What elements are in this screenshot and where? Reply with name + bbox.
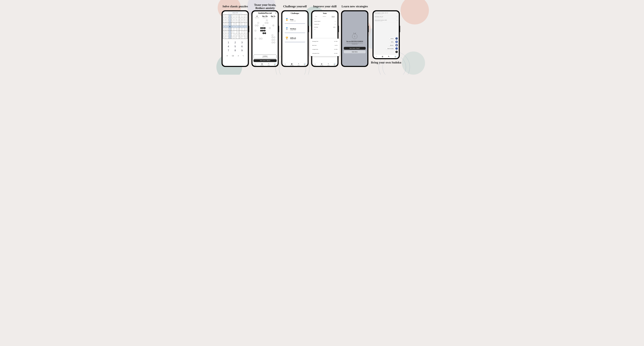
- history-item[interactable]: NYTimes: Dec 31Imported 2020-01-14 23:25…: [374, 15, 399, 19]
- new-game-button[interactable]: New Game: Difficult: [254, 59, 277, 62]
- sudoku-cell[interactable]: 8: [228, 23, 231, 25]
- main-menu-button[interactable]: Main Menu: [344, 50, 366, 53]
- sudoku-cell[interactable]: 9: [228, 20, 231, 23]
- numpad-key[interactable]: 8: [232, 49, 238, 52]
- sudoku-cell[interactable]: 2: [226, 33, 228, 36]
- sudoku-cell[interactable]: 2: [236, 25, 239, 28]
- sudoku-cell[interactable]: 5: [226, 31, 228, 33]
- sudoku-cell[interactable]: 6: [239, 36, 242, 39]
- numpad-key[interactable]: 3: [239, 41, 245, 44]
- sudoku-cell[interactable]: [231, 33, 234, 36]
- delete-icon[interactable]: ⊖: [396, 20, 398, 21]
- tab-easy[interactable]: Easy: [315, 16, 317, 17]
- fab-option-gallery[interactable]: Gallery🖼: [390, 41, 398, 43]
- sudoku-cell[interactable]: 8: [244, 33, 247, 36]
- sudoku-cell[interactable]: 3: [236, 20, 239, 23]
- fab-option-clipboard[interactable]: Clipboard📋: [389, 44, 398, 46]
- sudoku-cell[interactable]: 2: [223, 17, 226, 20]
- nav-item-challenges[interactable]: ▦Challenges: [290, 63, 294, 66]
- nav-item-custom[interactable]: ✎Custom: [268, 63, 270, 66]
- nav-item-custom[interactable]: ✎Custom: [327, 63, 330, 66]
- sudoku-cell[interactable]: 4: [234, 17, 236, 20]
- tab-medium[interactable]: Medium: [323, 16, 326, 17]
- tab-difficult[interactable]: Difficult: [332, 16, 334, 17]
- erase-icon[interactable]: ⌫: [232, 55, 234, 57]
- sudoku-cell[interactable]: [242, 36, 244, 39]
- sudoku-cell[interactable]: 9: [226, 28, 228, 31]
- sudoku-cell[interactable]: [236, 23, 239, 25]
- hint-icon[interactable]: 👁: [226, 55, 228, 57]
- sudoku-cell[interactable]: 8: [234, 33, 236, 36]
- sudoku-cell[interactable]: 7: [244, 25, 247, 28]
- more-options-icon[interactable]: ⋮: [245, 12, 247, 14]
- bottom-nav[interactable]: ⌂Home▦Challenges✎Custom📊Stats: [312, 62, 338, 66]
- nav-item-home[interactable]: ⌂Home: [254, 63, 256, 66]
- sudoku-cell[interactable]: 3: [244, 17, 247, 20]
- sudoku-cell[interactable]: 1: [228, 17, 231, 20]
- sudoku-cell[interactable]: 9: [234, 23, 236, 25]
- nav-icon[interactable]: ✎: [388, 56, 389, 57]
- sudoku-cell[interactable]: 9: [223, 36, 226, 39]
- sudoku-cell[interactable]: 1: [228, 33, 231, 36]
- sudoku-cell[interactable]: 6: [244, 23, 247, 25]
- continue-button[interactable]: Continue Difficult ⏱ 0m 9s: [254, 54, 277, 58]
- sudoku-cell[interactable]: 6: [226, 20, 228, 23]
- sudoku-cell[interactable]: 4: [223, 14, 226, 17]
- sudoku-cell[interactable]: 5: [231, 20, 234, 23]
- bottom-nav[interactable]: ⌂▦✎📊: [374, 55, 399, 58]
- sudoku-cell[interactable]: 4: [234, 36, 236, 39]
- sudoku-cell[interactable]: [231, 23, 234, 25]
- sudoku-cell[interactable]: [242, 23, 244, 25]
- sudoku-cell[interactable]: 2: [242, 20, 244, 23]
- sudoku-cell[interactable]: [239, 28, 242, 31]
- sudoku-cell[interactable]: 5: [228, 14, 231, 17]
- sudoku-cell[interactable]: 7: [242, 31, 244, 33]
- sudoku-cell[interactable]: 6: [223, 33, 226, 36]
- stats-tabs[interactable]: EasyMediumDifficult: [312, 15, 338, 18]
- sudoku-cell[interactable]: [231, 28, 234, 31]
- fab-option-create-manually[interactable]: Create manually＋: [386, 47, 398, 50]
- sudoku-cell[interactable]: 2: [234, 14, 236, 17]
- sudoku-cell[interactable]: 1: [226, 25, 228, 28]
- numpad-key[interactable]: 1: [226, 41, 231, 44]
- sudoku-cell[interactable]: 4: [239, 25, 242, 28]
- bottom-nav[interactable]: ⌂Home▦Challenges✎Custom📊Stats: [282, 62, 308, 66]
- numpad-key[interactable]: 4: [226, 45, 231, 48]
- nav-item-challenges[interactable]: ▦Challenges: [320, 63, 323, 66]
- sudoku-cell[interactable]: 3: [223, 25, 226, 28]
- sudoku-cell[interactable]: 9: [242, 25, 244, 28]
- history-item[interactable]: Impossible Sudoku #999Created 2020-01-14…: [374, 19, 399, 22]
- nav-item-home[interactable]: ⌂Home: [314, 63, 316, 66]
- sudoku-cell[interactable]: 7: [226, 36, 228, 39]
- challenge-card-medium[interactable]: 🥈MediumComplete: 1/100: [284, 26, 306, 32]
- pencil-icon[interactable]: ✎: [243, 55, 244, 57]
- delete-icon[interactable]: ⊖: [396, 16, 398, 17]
- sudoku-cell[interactable]: 6: [244, 14, 247, 17]
- sudoku-cell[interactable]: 5: [223, 23, 226, 25]
- number-pad[interactable]: 123456789: [222, 39, 248, 54]
- sudoku-cell[interactable]: 8: [239, 20, 242, 23]
- nav-icon[interactable]: 📊: [394, 56, 396, 57]
- sudoku-cell[interactable]: 1: [234, 20, 236, 23]
- sudoku-cell[interactable]: 8: [231, 25, 234, 28]
- sudoku-cell[interactable]: 8: [226, 17, 228, 20]
- numpad-key[interactable]: 2: [232, 41, 238, 44]
- sudoku-cell[interactable]: 2: [231, 31, 234, 33]
- fab-option-camera[interactable]: Camera📷: [389, 37, 398, 40]
- nav-item-stats[interactable]: 📊Stats: [274, 63, 276, 66]
- sudoku-cell[interactable]: 7: [239, 14, 242, 17]
- sudoku-cell[interactable]: [242, 28, 244, 31]
- sudoku-cell[interactable]: 8: [236, 14, 239, 17]
- sudoku-cell[interactable]: 9: [236, 31, 239, 33]
- sudoku-cell[interactable]: 2: [223, 28, 226, 31]
- sudoku-cell[interactable]: 4: [242, 33, 244, 36]
- sudoku-cell[interactable]: 3: [244, 28, 247, 31]
- delete-icon[interactable]: ⊖: [396, 12, 398, 14]
- nav-icon[interactable]: ▦: [382, 56, 383, 57]
- settings-icon[interactable]: ⚙: [275, 12, 276, 14]
- sudoku-cell[interactable]: 8: [244, 36, 247, 39]
- sudoku-cell[interactable]: 4: [228, 31, 231, 33]
- challenge-card-difficult[interactable]: 🏆DifficultComplete: 0/100: [284, 35, 306, 42]
- sudoku-cell[interactable]: 8: [223, 31, 226, 33]
- numpad-key[interactable]: 6: [239, 45, 245, 48]
